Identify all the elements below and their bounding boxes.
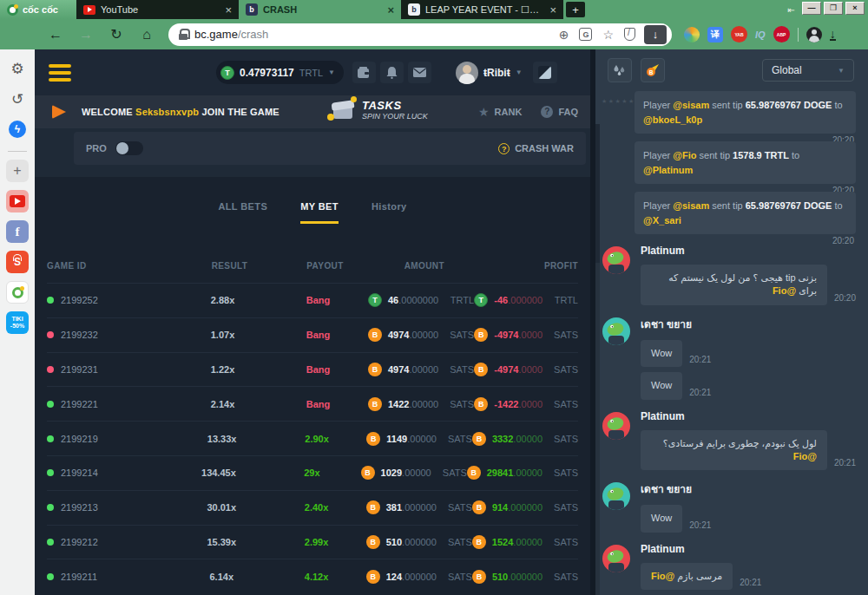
game-id[interactable]: 2199221: [61, 399, 98, 409]
user-menu[interactable]: ŧRibiŧ ▼: [456, 62, 523, 84]
tiki-shortcut-icon[interactable]: TIKI-50%: [6, 311, 29, 334]
payout-value: Bang: [268, 399, 368, 409]
settings-gear-icon[interactable]: ⚙: [6, 57, 29, 80]
history-icon[interactable]: ↺: [6, 88, 29, 110]
tab-close-icon[interactable]: ×: [549, 4, 556, 16]
crash-war-link[interactable]: ?CRASH WAR: [498, 143, 574, 154]
translate-icon[interactable]: G: [579, 28, 592, 41]
tab-close-icon[interactable]: ×: [225, 4, 232, 16]
coccoc-shortcut-icon[interactable]: [6, 281, 29, 304]
pro-toggle[interactable]: [115, 141, 143, 155]
game-id[interactable]: 2199211: [61, 572, 97, 582]
mention-link[interactable]: @Fio: [773, 285, 796, 296]
extension-abp-icon[interactable]: ABP: [773, 26, 790, 42]
tip-sender[interactable]: @Fio: [673, 150, 696, 160]
table-row[interactable]: 2199212 15.39x 2.99x 510.000000 SATS 152…: [47, 525, 578, 559]
chat-toggle-button[interactable]: [533, 62, 557, 83]
close-button[interactable]: ×: [845, 2, 865, 15]
rank-link[interactable]: ★RANK: [478, 105, 522, 119]
game-id[interactable]: 2199252: [61, 295, 98, 305]
tabstrip-collapse-icon[interactable]: ⇤: [788, 5, 795, 15]
tasks-link[interactable]: TASKS SPIN YOUR LUCK: [331, 99, 428, 121]
envelope-icon: [413, 68, 426, 77]
table-row[interactable]: 2199214 134.45x 29x 1029.00000 SATS 2984…: [47, 455, 578, 490]
tip-sender[interactable]: @sisam: [673, 200, 709, 211]
messenger-icon[interactable]: ϟ: [6, 118, 29, 141]
chat-username[interactable]: เดชา ขยาย: [641, 316, 856, 332]
table-row[interactable]: 2199211 6.14x 4.12x 124.000000 SATS 510.…: [47, 559, 578, 593]
chat-avatar[interactable]: [602, 412, 630, 440]
chat-username[interactable]: Platinum: [641, 245, 856, 257]
balance-selector[interactable]: 0.47973117 TRTL ▼: [216, 61, 344, 84]
shopee-shortcut-icon[interactable]: S: [6, 251, 29, 273]
maximize-button[interactable]: ❐: [824, 2, 843, 15]
browser-tab[interactable]: LEAP YEAR EVENT - ☐Event - ×: [401, 0, 563, 19]
chat-avatar[interactable]: [602, 246, 630, 274]
game-id[interactable]: 2199214: [61, 468, 98, 478]
tip-recipient[interactable]: @X_sari: [643, 215, 681, 226]
result-value: 30.01x: [176, 502, 266, 513]
tip-recipient[interactable]: @Platinum: [643, 165, 693, 175]
extension-yab-icon[interactable]: YAB: [731, 26, 747, 42]
table-row[interactable]: 2199213 30.01x 2.40x 381.000000 SATS 914…: [47, 490, 578, 525]
minimize-button[interactable]: —: [802, 2, 821, 15]
game-id[interactable]: 2199212: [61, 537, 98, 547]
table-row[interactable]: 2199232 1.07x Bang 4974.00000 SATS -4974…: [47, 317, 578, 352]
coccoc-menu-button[interactable]: cốc cốc: [0, 0, 76, 19]
zoom-icon[interactable]: ⊕: [559, 28, 569, 42]
chat-avatar[interactable]: [602, 317, 630, 345]
chat-username[interactable]: Platinum: [641, 410, 856, 422]
table-row[interactable]: 2199221 2.14x Bang 1422.00000 SATS -1422…: [47, 386, 578, 421]
profit-currency: TRTL: [549, 295, 578, 305]
extension-translate-icon[interactable]: 译: [707, 27, 723, 42]
extension-idm-icon[interactable]: [684, 27, 700, 42]
browser-tab[interactable]: CRASH ×: [239, 0, 401, 19]
home-icon[interactable]: ⌂: [137, 27, 156, 42]
table-row[interactable]: 2199219 13.33x 2.90x 1149.00000 SATS 333…: [47, 421, 578, 455]
address-bar[interactable]: bc.game/crash ⊕ G ☆ ↓: [168, 23, 672, 46]
new-tab-button[interactable]: +: [566, 2, 585, 17]
hamburger-menu-icon[interactable]: [49, 64, 71, 82]
messages-button[interactable]: [408, 62, 431, 83]
add-shortcut-button[interactable]: +: [6, 160, 29, 182]
bets-tab[interactable]: MY BET: [300, 201, 339, 224]
forward-icon[interactable]: →: [76, 27, 95, 42]
tip-recipient[interactable]: @bkoeL_k0p: [643, 114, 702, 125]
url-text[interactable]: bc.game/crash: [194, 28, 554, 41]
chat-username[interactable]: เดชา ขยาย: [641, 481, 856, 497]
bookmark-star-icon[interactable]: ☆: [602, 28, 614, 42]
mention-link[interactable]: @Fio: [793, 451, 817, 461]
chat-avatar[interactable]: [602, 482, 630, 510]
tip-sender[interactable]: @sisam: [673, 100, 709, 110]
game-id[interactable]: 2199213: [61, 502, 98, 513]
downloads-icon[interactable]: ↓: [830, 29, 836, 41]
reload-icon[interactable]: ↻: [107, 26, 126, 42]
chat-avatar[interactable]: [602, 545, 630, 572]
profit-currency: SATS: [549, 502, 578, 513]
bets-tab[interactable]: ALL BETS: [218, 201, 267, 224]
bets-tab[interactable]: History: [372, 201, 407, 224]
table-row[interactable]: 2199231 1.22x Bang 4974.00000 SATS -4974…: [47, 352, 578, 387]
faq-link[interactable]: ?FAQ: [541, 106, 578, 118]
coindrop-button[interactable]: B: [641, 58, 665, 82]
browser-tab[interactable]: YouTube ×: [76, 0, 239, 19]
game-id[interactable]: 2199231: [61, 364, 98, 375]
wallet-button[interactable]: [352, 62, 376, 83]
extension-iq-icon[interactable]: IQ: [755, 29, 766, 40]
download-page-icon[interactable]: ↓: [644, 25, 667, 44]
youtube-shortcut-icon[interactable]: [6, 190, 29, 212]
chat-channel-select[interactable]: Global ▼: [762, 59, 854, 82]
chat-username[interactable]: Platinum: [641, 543, 856, 555]
game-id[interactable]: 2199232: [61, 330, 98, 340]
table-row[interactable]: 2199252 2.88x Bang 46.0000000 TRTL -46.0…: [47, 283, 578, 317]
facebook-shortcut-icon[interactable]: f: [6, 220, 29, 243]
game-id[interactable]: 2199219: [61, 434, 98, 444]
rain-button[interactable]: [608, 58, 632, 82]
browser-profile-icon[interactable]: [806, 27, 822, 42]
adblock-shield-icon[interactable]: [624, 28, 635, 41]
tab-close-icon[interactable]: ×: [387, 4, 394, 16]
notifications-button[interactable]: [380, 62, 404, 83]
mention-link[interactable]: @Fio: [651, 571, 674, 581]
user-avatar[interactable]: [456, 62, 478, 84]
back-icon[interactable]: ←: [46, 27, 65, 42]
